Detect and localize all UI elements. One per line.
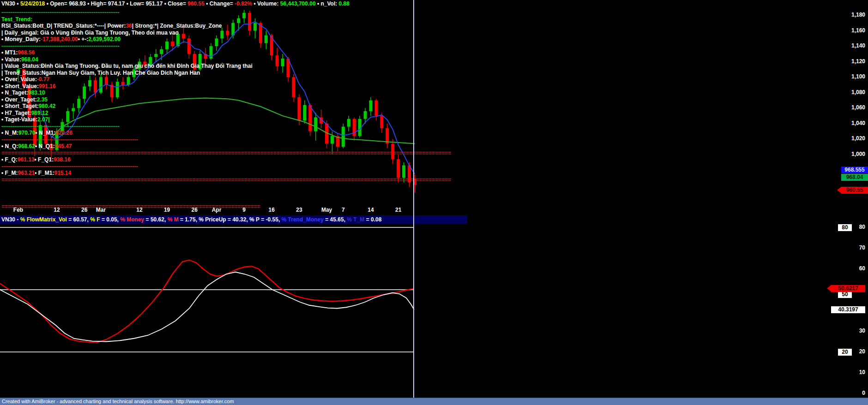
- indicator-text-line: ========================================…: [1, 150, 451, 157]
- title-segment: 0.88: [339, 0, 350, 7]
- indicator-text-line: • MT1:968.56: [1, 49, 451, 56]
- flow-header-segment: = -0.55,: [259, 216, 282, 223]
- text-segment: • F_M:: [1, 170, 18, 176]
- text-segment: • N_Q1:: [35, 143, 55, 149]
- text-segment: 945.47: [55, 143, 72, 149]
- text-segment: • Over_Taget:: [1, 96, 37, 103]
- text-segment: ========================================…: [1, 203, 260, 210]
- text-segment: 2.35: [37, 96, 48, 103]
- text-segment: • Value:: [1, 56, 21, 63]
- text-segment: ========================================…: [1, 177, 451, 183]
- indicator-text-line: • N_M:970.70• N_M1:922.26: [1, 130, 451, 137]
- text-segment: Test_Trend:: [1, 16, 32, 23]
- indicator-axis-label: 30: [859, 328, 865, 334]
- flow-header-segment: = 40.32,: [226, 216, 249, 223]
- text-segment: • Short_Taget:: [1, 103, 39, 109]
- last-value-tag: 960.55: [841, 187, 868, 194]
- flow-header-segment: = 60.57,: [67, 216, 90, 223]
- title-segment: • Volume:: [252, 0, 280, 7]
- text-segment: 968.62: [18, 143, 35, 149]
- title-segment: -0.82%: [235, 0, 252, 7]
- text-segment: 922.26: [55, 130, 72, 136]
- indicator-text-line: • Short_Value:991.16: [1, 83, 451, 90]
- text-segment: • MT1:: [1, 49, 18, 56]
- level-label-box: 50: [838, 291, 852, 298]
- separator-line-overlay: ========================================…: [1, 203, 260, 210]
- flow-header-segment: = 45.65,: [324, 216, 347, 223]
- indicator-text-line: • Short_Taget:980.42: [1, 103, 451, 110]
- text-segment: -0.77: [37, 76, 49, 83]
- title-segment: 56,443,700.00: [280, 0, 316, 7]
- price-axis-label: 1,100: [851, 73, 865, 80]
- date-tick-label: 21: [395, 207, 401, 213]
- price-axis-label: 1,060: [851, 104, 865, 111]
- price-axis-label: 1,160: [851, 27, 865, 34]
- title-segment: VN30: [1, 0, 17, 7]
- chart-title-bar: VN30 • 5/24/2018 • Open= 968.93 • High= …: [1, 0, 350, 7]
- indicator-text-line: • Over_Taget:2.35: [1, 96, 451, 103]
- flow-header-segment: % F: [90, 216, 100, 223]
- text-segment: ----------------------------------------…: [1, 43, 120, 49]
- indicator-text-line: | Trend_Status:Ngan Han Suy Giam, Tich L…: [1, 70, 451, 77]
- text-segment: 2,639,592.00: [88, 36, 121, 42]
- indicator-text-line: ----------------------------------------…: [1, 9, 451, 16]
- indicator-text-line: • Taget-Value:2.07|: [1, 116, 451, 123]
- indicator-text-line: ----------------------------------------…: [1, 163, 451, 170]
- text-segment: ----------------------------------------…: [1, 123, 120, 130]
- flowmatrix-header-bar: VN30 - % FlowMatrix_Vol = 60.57, % F = 0…: [0, 215, 467, 224]
- flow-header-segment: % FlowMatrix_Vol: [20, 216, 67, 223]
- price-axis-label: 1,180: [851, 12, 865, 18]
- title-segment: 5/24/2018: [20, 0, 45, 7]
- price-axis-label: 1,000: [851, 151, 865, 157]
- text-segment: • F_Q:: [1, 156, 18, 163]
- text-segment: 938.16: [54, 156, 71, 163]
- text-segment: ----------------------------------------…: [1, 9, 120, 16]
- text-segment: 970.70: [18, 130, 36, 136]
- text-segment: • Short_Value:: [1, 83, 39, 89]
- indicator-text-line: • Money_Daily:-17,388,240.00• +-:2,639,5…: [1, 36, 451, 43]
- text-segment: • N_M1:: [36, 130, 56, 136]
- flow-header-segment: = 1.75,: [179, 216, 199, 223]
- level-label-box: 20: [838, 349, 852, 356]
- text-segment: • F_Q1:: [35, 156, 54, 163]
- indicator-axis-label: 70: [859, 244, 865, 251]
- indicator-text-line: RSI_Status:Bott_D| TREND_Status:*----| P…: [1, 23, 451, 30]
- flow-header-segment: % PriceUp: [199, 216, 226, 223]
- text-segment: • F_M1:: [35, 170, 54, 176]
- text-segment: |: [48, 116, 49, 123]
- text-segment: • N_Taget:: [1, 89, 28, 96]
- text-segment: 968.56: [18, 49, 35, 56]
- indicator-axis-label: 60: [859, 265, 865, 272]
- price-axis-label: 1,140: [851, 42, 865, 49]
- flow-header-segment: = 0.08: [364, 216, 381, 223]
- text-segment: • Over_Value:: [1, 76, 37, 83]
- text-segment: 991.16: [39, 83, 56, 89]
- date-tick-label: 14: [368, 207, 374, 213]
- text-segment: 36: [126, 23, 132, 29]
- status-bar: Created with AmiBroker - advanced charti…: [0, 398, 868, 405]
- indicator-text-line: ----------------------------------------…: [1, 123, 451, 130]
- text-segment: 983.10: [28, 89, 45, 96]
- indicator-text-line: ========================================…: [1, 177, 451, 184]
- text-segment: 968.04: [21, 56, 38, 63]
- text-segment: ----------------------------------------…: [1, 163, 138, 170]
- text-segment: RSI_Status:Bott_D| TREND_Status:*----| P…: [1, 23, 126, 29]
- title-segment: •: [17, 0, 20, 7]
- text-segment: 989.12: [31, 110, 48, 116]
- indicator-text-line: ----------------------------------------…: [1, 137, 451, 143]
- title-segment: • Change=: [205, 0, 235, 7]
- indicator-chart-surface[interactable]: [0, 224, 868, 398]
- indicator-text-line: • Value:968.04: [1, 56, 451, 63]
- tag-arrow: [827, 285, 831, 292]
- indicator-text-line: Test_Trend:: [1, 16, 451, 23]
- flow-header-segment: VN30 -: [1, 216, 20, 223]
- price-axis-label: 1,020: [851, 135, 865, 142]
- flow-header-segment: % M: [168, 216, 179, 223]
- indicator-text-line: • N_Q:968.62• N_Q1:945.47: [1, 143, 451, 150]
- flow-header-segment: % T_M: [347, 216, 364, 223]
- flow-header-segment: % P: [249, 216, 259, 223]
- text-segment: • H7_Taget:: [1, 110, 31, 116]
- indicator-text-line: | Daily_singal: Giá o Vùng Đỉnh Gia Tang…: [1, 30, 451, 36]
- text-segment: • N_M:: [1, 130, 18, 136]
- text-segment: ----------------------------------------…: [1, 137, 138, 143]
